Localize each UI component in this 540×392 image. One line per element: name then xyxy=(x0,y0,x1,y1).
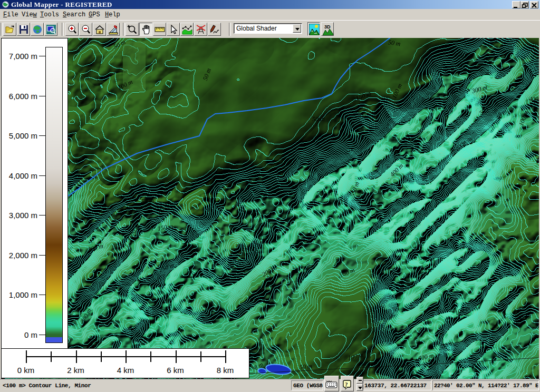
svg-text:?: ? xyxy=(345,381,348,387)
